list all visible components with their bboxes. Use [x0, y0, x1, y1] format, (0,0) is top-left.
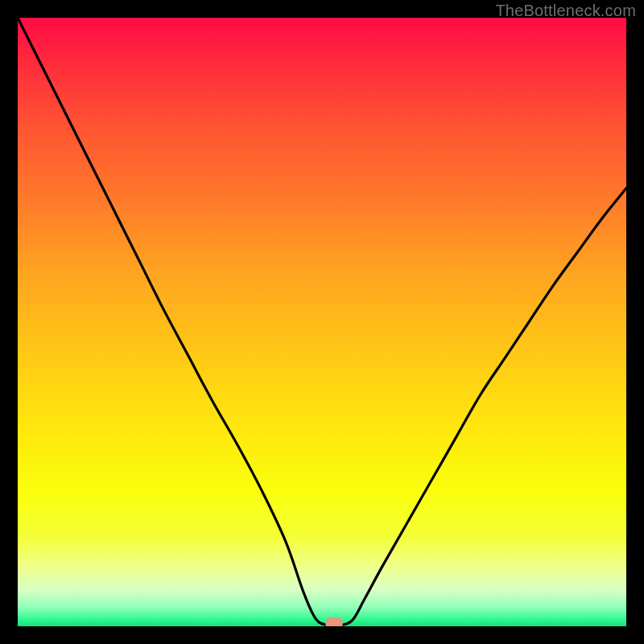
min-marker: [325, 617, 343, 626]
plot-area: [18, 18, 626, 626]
bottleneck-curve: [18, 18, 626, 626]
chart-frame: TheBottleneck.com: [0, 0, 644, 644]
attribution-text: TheBottleneck.com: [495, 2, 636, 20]
